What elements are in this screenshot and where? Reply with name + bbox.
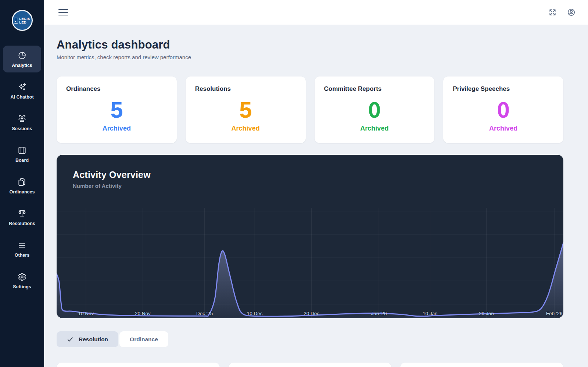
gear-icon: [17, 272, 27, 282]
filter-ordinance-button[interactable]: Ordinance: [119, 331, 168, 347]
topbar-actions: [548, 8, 576, 17]
stat-card-title: Privilege Speeches: [453, 85, 554, 93]
users-icon: [17, 114, 27, 124]
sidebar-item-label: Ordinances: [10, 189, 35, 195]
stat-card-value: 0: [324, 99, 425, 121]
x-axis-tick-label: 20 Nov: [135, 311, 151, 316]
scale-icon: [17, 209, 27, 218]
fullscreen-icon[interactable]: [548, 8, 557, 17]
chart-title: Activity Overview: [73, 170, 547, 180]
user-profile-icon[interactable]: [567, 8, 576, 17]
x-axis-tick-label: Dec '25: [196, 311, 213, 316]
filter-label: Ordinance: [130, 336, 158, 343]
sidebar-item-settings[interactable]: Settings: [3, 267, 41, 294]
stat-card-title: Committee Reports: [324, 85, 425, 93]
sparkles-icon: [17, 82, 27, 92]
sidebar-item-analytics[interactable]: Analytics: [3, 46, 41, 72]
sidebar-item-label: Board: [15, 158, 29, 163]
sidebar-item-ai-chatbot[interactable]: AI Chatbot: [3, 77, 41, 104]
sidebar-nav: Analytics AI Chatbot Sessions: [0, 46, 44, 299]
x-axis-tick-label: 10 Nov: [78, 311, 94, 316]
bottom-card: [57, 363, 220, 367]
stat-card-committee-reports: Committee Reports 0 Archived: [315, 76, 435, 143]
stat-card-title: Ordinances: [66, 85, 167, 93]
check-icon: [67, 336, 74, 343]
menu-lines-icon: [17, 240, 27, 250]
main-column: Analytics dashboard Monitor metrics, che…: [44, 0, 588, 367]
sidebar-item-label: Others: [15, 253, 29, 258]
stat-card-privilege-speeches: Privilege Speeches 0 Archived: [443, 76, 563, 143]
topbar: [44, 0, 588, 25]
board-icon: [17, 146, 27, 155]
x-axis-tick-label: 10 Jan: [423, 311, 438, 316]
x-axis-tick-label: 20 Dec: [304, 311, 319, 316]
page-subtitle: Monitor metrics, check reports and revie…: [57, 54, 563, 60]
sidebar-item-sessions[interactable]: Sessions: [3, 109, 41, 136]
stat-card-value: 5: [66, 99, 167, 121]
logo-text: LEGISLED: [19, 17, 30, 24]
page-title: Analytics dashboard: [57, 38, 563, 51]
stat-card-status: Archived: [66, 125, 167, 132]
stat-card-ordinances: Ordinances 5 Archived: [57, 76, 177, 143]
chart-subtitle: Number of Activity: [73, 183, 547, 189]
stat-card-resolutions: Resolutions 5 Archived: [186, 76, 306, 143]
x-axis-tick-label: 20 Jan: [479, 311, 494, 316]
stat-card-status: Archived: [453, 125, 554, 132]
stat-card-status: Archived: [195, 125, 296, 132]
chart-header: Activity Overview Number of Activity: [57, 155, 563, 189]
sidebar-item-label: Sessions: [12, 126, 32, 131]
stat-card-value: 0: [453, 99, 554, 121]
documents-icon: [17, 177, 27, 187]
stat-card-value: 5: [195, 99, 296, 121]
filter-label: Resolution: [79, 336, 108, 343]
area-fill: [57, 243, 563, 318]
sidebar-item-label: Settings: [13, 284, 31, 289]
filter-resolution-button[interactable]: Resolution: [57, 331, 118, 347]
x-axis-tick-label: Feb '26: [546, 311, 563, 316]
sidebar-item-others[interactable]: Others: [3, 235, 41, 262]
sidebar-item-board[interactable]: Board: [3, 140, 41, 167]
stat-card-status: Archived: [324, 125, 425, 132]
sidebar-item-label: Analytics: [12, 63, 32, 68]
chart-filter-toggles: Resolution Ordinance: [57, 331, 563, 347]
pie-chart-icon: [17, 51, 27, 60]
bottom-cards-row: [57, 363, 563, 367]
hamburger-menu-icon[interactable]: [58, 9, 68, 16]
sidebar: LEGISLED Analytics AI Chatbot: [0, 0, 44, 367]
bottom-card: [229, 363, 392, 367]
activity-line: [57, 243, 563, 316]
sidebar-item-resolutions[interactable]: Resolutions: [3, 204, 41, 231]
sidebar-item-label: AI Chatbot: [10, 95, 33, 100]
sidebar-item-label: Resolutions: [9, 221, 35, 226]
legisled-logo[interactable]: LEGISLED: [12, 10, 33, 31]
activity-area-chart: 10 Nov20 NovDec '2510 Dec20 DecJan '2610…: [57, 206, 563, 318]
stat-cards-row: Ordinances 5 Archived Resolutions 5 Arch…: [57, 76, 563, 143]
bottom-card: [400, 363, 563, 367]
app-root: LEGISLED Analytics AI Chatbot: [0, 0, 588, 367]
sidebar-item-ordinances[interactable]: Ordinances: [3, 172, 41, 199]
logo-document-icon: [14, 18, 18, 24]
activity-overview-panel: Activity Overview Number of Activity 10 …: [57, 155, 563, 318]
stat-card-title: Resolutions: [195, 85, 296, 93]
x-axis-tick-label: 10 Dec: [247, 311, 263, 316]
content-area: Analytics dashboard Monitor metrics, che…: [44, 25, 588, 367]
x-axis-tick-label: Jan '26: [371, 311, 387, 316]
